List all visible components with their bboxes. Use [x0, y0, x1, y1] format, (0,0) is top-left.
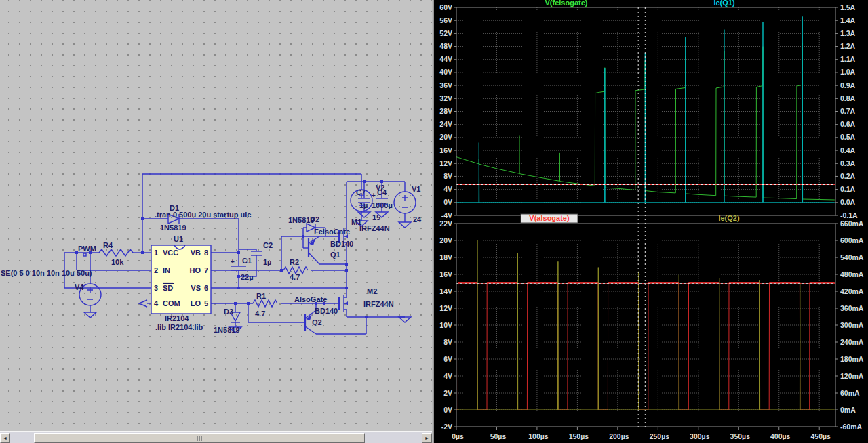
component-c2[interactable]: C2 1µ: [251, 241, 273, 266]
right-axis-tick-label: 120mA: [840, 372, 864, 380]
left-axis-tick-label: 18V: [439, 253, 452, 261]
net-label-felsogate[interactable]: FelsoGate: [314, 228, 350, 236]
right-axis-tick-label: 60mA: [840, 389, 860, 397]
ic-part-label: IR2104: [165, 314, 189, 322]
x-axis-tick-label: 450µs: [811, 432, 831, 440]
component-v1[interactable]: V1 24: [394, 185, 422, 224]
left-axis-tick-label: 14V: [439, 287, 452, 295]
svg-text:+: +: [231, 258, 235, 266]
ltspice-window: U1 1 VCC 2 IN 3 SD 4 COM VB 8 HO 7 VS 6: [0, 0, 868, 443]
x-axis-tick-label: 200µs: [609, 432, 629, 440]
trace-label-ie-q2[interactable]: Ie(Q2): [718, 214, 740, 222]
right-axis-tick-label: 0.6A: [840, 120, 856, 128]
component-r1[interactable]: R1 4.7: [253, 292, 277, 318]
plot-panel-1[interactable]: 60V56V52V48V44V40V36V32V28V24V20V16V12V8…: [439, 0, 858, 219]
x-axis-tick-label: 250µs: [650, 432, 670, 440]
plot-panel-2[interactable]: 22V20V18V16V14V12V10V8V6V4V2V0V-2V660mA6…: [439, 214, 864, 431]
schematic-canvas[interactable]: U1 1 VCC 2 IN 3 SD 4 COM VB 8 HO 7 VS 6: [0, 0, 432, 431]
left-axis-tick-label: 48V: [439, 42, 452, 50]
svg-text:PWM: PWM: [78, 245, 96, 253]
wires[interactable]: [64, 174, 405, 334]
svg-text:D2: D2: [310, 215, 319, 224]
scroll-left-button[interactable]: ◄: [0, 433, 10, 443]
right-axis-tick-label: 600mA: [840, 236, 864, 245]
component-v4[interactable]: V4: [75, 283, 101, 305]
x-axis-tick-label: 400µs: [770, 432, 791, 440]
right-axis-tick-label: 360mA: [840, 304, 864, 312]
trace-label-ie-q1[interactable]: Ie(Q1): [713, 0, 735, 7]
pulse-directive[interactable]: SE(0 5 0 10n 10n 10u 50u): [1, 269, 92, 277]
svg-text:1N5819: 1N5819: [214, 326, 240, 334]
tran-directive[interactable]: .tran 0 500u 20u startup uic: [155, 211, 251, 219]
left-axis-tick-label: 32V: [439, 94, 452, 102]
pin-number: 7: [204, 266, 208, 274]
right-axis-tick-label: 0.5A: [840, 133, 856, 141]
svg-text:IRFZ44N: IRFZ44N: [363, 300, 394, 308]
x-axis: 0µs50µs100µs150µs200µs250µs300µs350µs400…: [452, 427, 831, 440]
left-axis-tick-label: 16V: [439, 270, 452, 278]
junction-dots: [75, 180, 383, 318]
pin-number: 8: [204, 249, 208, 257]
scroll-right-button[interactable]: ►: [422, 433, 432, 443]
left-axis-tick-label: 56V: [439, 16, 452, 24]
svg-text:Q1: Q1: [330, 251, 340, 259]
svg-text:22µ: 22µ: [241, 273, 254, 281]
scrollbar-grip: [197, 436, 202, 441]
svg-text:V4: V4: [75, 283, 84, 291]
left-axis-tick-label: 52V: [439, 29, 452, 37]
scrollbar-thumb[interactable]: [34, 433, 365, 443]
pin-number: 1: [154, 249, 158, 257]
svg-text:1000µ: 1000µ: [372, 201, 393, 209]
x-axis-tick-label: 300µs: [690, 432, 710, 440]
net-label-alsogate[interactable]: AlsoGate: [294, 295, 327, 303]
left-axis-tick-label: 0V: [443, 198, 452, 206]
horizontal-scrollbar[interactable]: ◄ ►: [0, 431, 432, 443]
left-axis-tick-label: 10V: [439, 321, 452, 329]
left-axis-tick-label: -2V: [441, 423, 452, 431]
right-axis-tick-label: 0.0A: [840, 198, 856, 206]
pin-name: LO: [191, 299, 201, 308]
svg-text:BD140: BD140: [330, 240, 353, 248]
right-axis-tick-label: 420mA: [840, 287, 864, 295]
right-axis-tick-label: 0.9A: [840, 81, 856, 89]
svg-text:M2: M2: [367, 287, 377, 295]
component-q2[interactable]: BD140 Q2: [305, 307, 338, 334]
trace-ie-q1[interactable]: [456, 16, 835, 202]
left-axis-tick-label: 36V: [439, 81, 452, 89]
x-axis-tick-label: 150µs: [569, 432, 589, 440]
right-axis-tick-label: 0.1A: [840, 185, 856, 193]
svg-text:4.7: 4.7: [290, 273, 300, 281]
left-axis-tick-label: 28V: [439, 107, 452, 115]
x-axis-tick-label: 50µs: [490, 432, 507, 440]
pin-name: COM: [163, 299, 180, 308]
right-axis-tick-label: 660mA: [840, 219, 864, 228]
svg-text:IRFZ44N: IRFZ44N: [359, 224, 390, 232]
svg-text:R4: R4: [103, 241, 113, 249]
trace-label-v-alsogate[interactable]: V(alsogate): [529, 214, 570, 222]
component-u1-ir2104[interactable]: U1 1 VCC 2 IN 3 SD 4 COM VB 8 HO 7 VS 6: [151, 235, 211, 331]
waveform-pane[interactable]: 60V56V52V48V44V40V36V32V28V24V20V16V12V8…: [434, 0, 868, 443]
left-axis-tick-label: 4V: [443, 372, 452, 380]
component-r4[interactable]: R4 10k: [99, 241, 133, 266]
left-axis-tick-label: 6V: [443, 355, 452, 363]
right-axis-tick-label: 180mA: [840, 355, 864, 363]
x-axis-tick-label: 350µs: [730, 432, 751, 440]
component-m2[interactable]: M2 IRFZ44N: [339, 287, 394, 312]
x-axis-tick-label: 100µs: [528, 432, 549, 440]
trace-label-v-felsogate[interactable]: V(felsogate): [545, 0, 588, 7]
waveform-plot[interactable]: 60V56V52V48V44V40V36V32V28V24V20V16V12V8…: [434, 0, 868, 443]
left-axis-tick-label: 40V: [439, 68, 452, 76]
svg-text:1N5819: 1N5819: [160, 224, 186, 232]
right-axis-tick-label: 240mA: [840, 338, 864, 346]
component-d3[interactable]: D3 1N5819: [214, 308, 240, 334]
net-label-pwm[interactable]: PWM: [78, 245, 96, 256]
component-c1[interactable]: + C1 22µ: [231, 257, 254, 281]
component-r2[interactable]: R2 4.7: [283, 258, 308, 281]
trace-v-alsogate[interactable]: [456, 283, 835, 410]
schematic-drawing[interactable]: U1 1 VCC 2 IN 3 SD 4 COM VB 8 HO 7 VS 6: [0, 0, 432, 431]
right-axis-tick-label: 1.4A: [840, 16, 856, 24]
pin-name: HO: [190, 266, 201, 274]
left-axis-tick-label: 4V: [443, 185, 452, 193]
pin-number: 3: [154, 284, 158, 292]
pin-name: VS: [191, 284, 201, 292]
